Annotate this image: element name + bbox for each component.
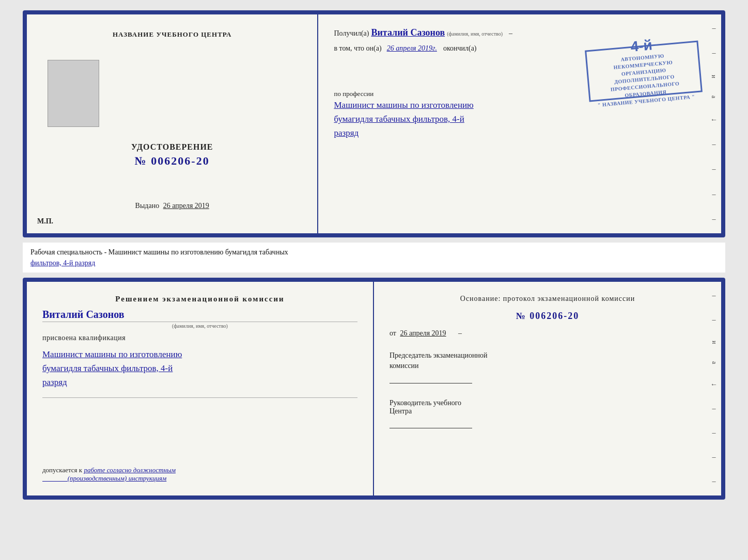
- middle-text-line1: Рабочая специальность - Машинист машины …: [30, 248, 288, 256]
- bottom-right-deco: – – и а ← – – – –: [709, 292, 719, 485]
- received-prefix: Получил(а): [334, 29, 369, 38]
- recipient-name: Виталий Сазонов: [371, 27, 445, 38]
- cert-label: УДОСТОВЕРЕНИЕ: [131, 142, 213, 152]
- dash: –: [509, 29, 512, 38]
- qualification-text: Машинист машины по изготовлению бумагидл…: [42, 347, 357, 390]
- middle-section: Рабочая специальность - Машинист машины …: [23, 243, 725, 273]
- center-head-block: Руководитель учебного Центра: [389, 399, 706, 428]
- right-deco: – – и а ← – – – –: [709, 25, 719, 223]
- center-head-label: Руководитель учебного Центра: [389, 399, 706, 415]
- commission-signature-line: [389, 373, 472, 383]
- cert-right-panel: Получил(а) Виталий Сазонов (фамилия, имя…: [318, 14, 721, 233]
- issued-prefix: Выдано: [135, 202, 160, 210]
- allowed-line: допускается к работе согласно должностны…: [42, 466, 357, 483]
- qualification-label: присвоена квалификация: [42, 334, 357, 342]
- from-date-value: 26 апреля 2019: [400, 329, 446, 337]
- cert-number: № 006206-20: [131, 154, 213, 168]
- profession-text: Машинист машины по изготовлению бумагидл…: [334, 98, 706, 140]
- issued-line: Выдано 26 апреля 2019: [135, 202, 209, 218]
- commission-head-label: Председатель экзаменационной комиссии: [389, 350, 706, 371]
- completion-date: 26 апреля 2019г.: [387, 44, 437, 53]
- top-certificate: НАЗВАНИЕ УЧЕБНОГО ЦЕНТРА УДОСТОВЕРЕНИЕ №…: [23, 10, 725, 237]
- decision-title: Решением экзаменационной комиссии: [42, 295, 357, 303]
- mp-label: М.П.: [37, 217, 53, 226]
- bottom-right-panel: Основание: протокол экзаменационной коми…: [374, 282, 721, 495]
- allowed-prefix: допускается к: [42, 466, 82, 474]
- fio-subtitle: (фамилия, имя, отчество): [447, 31, 503, 37]
- center-title: НАЗВАНИЕ УЧЕБНОГО ЦЕНТРА: [113, 30, 232, 39]
- bottom-certificate: Решением экзаменационной комиссии Витали…: [23, 278, 725, 500]
- bottom-left-panel: Решением экзаменационной комиссии Витали…: [27, 282, 374, 495]
- from-date-line: от 26 апреля 2019 –: [389, 329, 706, 338]
- issued-date: 26 апреля 2019: [163, 202, 209, 210]
- in-that-prefix: в том, что он(а): [334, 44, 381, 53]
- basis-label: Основание: протокол экзаменационной коми…: [389, 295, 706, 303]
- bottom-fio-sub: (фамилия, имя, отчество): [42, 323, 357, 329]
- center-head-signature-line: [389, 418, 472, 428]
- protocol-number: № 006206-20: [389, 311, 706, 322]
- from-prefix: от: [389, 329, 396, 337]
- cert-left-panel: НАЗВАНИЕ УЧЕБНОГО ЦЕНТРА УДОСТОВЕРЕНИЕ №…: [27, 14, 318, 233]
- cert-number-block: УДОСТОВЕРЕНИЕ № 006206-20: [131, 142, 213, 168]
- person-name: Виталий Сазонов: [42, 309, 357, 321]
- photo-placeholder: [48, 60, 99, 127]
- middle-text-line2: фильтров, 4-й разряд: [30, 259, 95, 267]
- commission-head-block: Председатель экзаменационной комиссии: [389, 350, 706, 383]
- blue-stamp: 4-й АВТОНОМНУЮ НЕКОММЕРЧЕСКУЮ ОРГАНИЗАЦИ…: [585, 41, 703, 102]
- person-block: Виталий Сазонов (фамилия, имя, отчество): [42, 309, 357, 329]
- finished-label: окончил(а): [443, 44, 477, 53]
